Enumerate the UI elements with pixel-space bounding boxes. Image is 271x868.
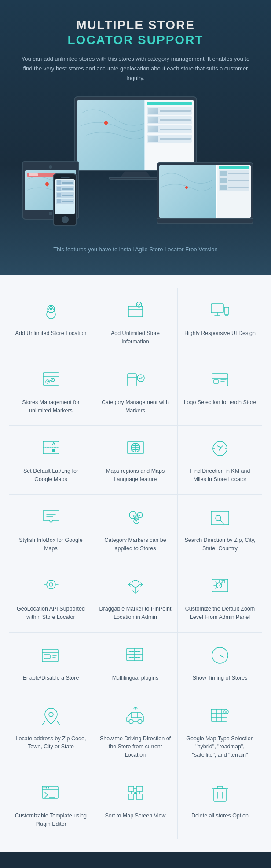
laptop-screen-frame <box>157 162 253 219</box>
install-note: This features you have to install Agile … <box>9 242 262 261</box>
feature-label-customizable-template: Customizable Template using Plugin Edito… <box>14 812 88 828</box>
search-zip-svg <box>209 507 231 528</box>
markers-svg <box>40 369 62 390</box>
markers-icon <box>39 368 63 392</box>
device-showcase <box>9 92 262 233</box>
feature-item-unlimited-info: Add Unlimited Store Information <box>93 288 178 357</box>
sidebar-item-2 <box>147 116 192 124</box>
monitor-screen-content <box>77 100 194 170</box>
feature-item-lat-lng: Set Default Lat/Lng for Google Maps <box>9 426 93 495</box>
plugin-editor-icon <box>39 781 63 805</box>
lat-lng-icon <box>39 436 63 461</box>
laptop-map <box>159 165 216 218</box>
svg-rect-12 <box>214 380 218 383</box>
laptop-row-3 <box>219 184 249 191</box>
feature-label-logo-selection: Logo Selection for each Store <box>184 398 256 407</box>
timing-icon <box>208 643 232 668</box>
infobox-icon <box>39 505 63 530</box>
zoom-level-icon <box>208 574 232 599</box>
feature-label-geolocation: GeoLocation API Supported within Store L… <box>14 605 88 622</box>
feature-item-locate-address: Locate address by Zip Code, Town, City o… <box>9 693 93 770</box>
feature-label-unlimited-info: Add Unlimited Store Information <box>99 329 172 346</box>
feature-label-map-type: Google Map Type Selection "hybrid", "roa… <box>183 735 257 759</box>
feature-item-draggable-marker: Draggable Marker to PinPoint Location in… <box>93 563 178 633</box>
feature-item-sort-map-view: Sort to Map Screen View <box>93 770 178 839</box>
svg-point-40 <box>48 787 49 788</box>
phone-row-3 <box>56 192 74 198</box>
geolocation-svg <box>40 576 62 597</box>
laptop-row-2 <box>219 177 249 184</box>
laptop-screen <box>159 165 251 218</box>
feature-label-locate-address: Locate address by Zip Code, Town, City o… <box>14 735 88 751</box>
svg-rect-9 <box>128 374 136 386</box>
feature-label-maps-regions: Maps regions and Maps Language feature <box>99 467 172 484</box>
phone-row-1 <box>56 180 74 185</box>
feature-label-zoom-level: Customize the Default Zoom Level From Ad… <box>183 605 257 622</box>
maps-regions-svg <box>125 438 146 459</box>
feature-item-unlimited-location: Add Unlimited Store Location <box>9 288 93 357</box>
feature-label-show-timing: Show Timing of Stores <box>192 674 247 682</box>
feature-label-stores-management: Stores Management for unlimited Markers <box>14 398 88 415</box>
features-section: Add Unlimited Store Location Add Unlimit… <box>0 275 271 852</box>
feature-label-category-markers: Category Markers can be applied to Store… <box>99 536 172 553</box>
category-markers-svg <box>125 369 146 390</box>
svg-point-24 <box>49 583 53 586</box>
monitor-base <box>109 177 162 180</box>
feature-item-geolocation: GeoLocation API Supported within Store L… <box>9 563 93 633</box>
feature-label-multilingual: Multilingual plugins <box>112 674 159 682</box>
toggle-store-svg <box>40 645 62 666</box>
screen-sidebar <box>145 100 194 170</box>
phone-content <box>55 179 75 214</box>
feature-item-search-direction: Search Direction by Zip, City, State, Co… <box>178 495 262 564</box>
feature-item-category-management: Category Management with Markers <box>93 357 178 426</box>
multilingual-svg <box>125 645 146 666</box>
phone-device <box>53 173 77 226</box>
svg-point-39 <box>45 787 47 788</box>
feature-label-delete-stores: Delete all stores Option <box>191 812 249 820</box>
phone-row-2 <box>56 186 74 191</box>
monitor-stand <box>120 171 151 177</box>
sort-map-svg <box>125 783 146 804</box>
feature-label-category-management: Category Management with Markers <box>99 398 172 415</box>
feature-item-infobox: Stylish InfoBox for Google Maps <box>9 495 93 564</box>
feature-item-enable-disable: Enable/Disable a Store <box>9 633 93 693</box>
store-info-svg <box>125 300 146 321</box>
zoom-level-svg <box>209 576 231 597</box>
location-pin-svg <box>40 300 62 321</box>
svg-rect-29 <box>44 655 50 659</box>
feature-item-maps-regions: Maps regions and Maps Language feature <box>93 426 178 495</box>
maps-regions-icon <box>123 436 148 461</box>
svg-point-23 <box>47 580 55 589</box>
feature-label-find-direction: Find Direction in KM and Miles in Store … <box>183 467 257 484</box>
responsive-svg <box>209 300 231 321</box>
drag-marker-svg <box>125 576 146 597</box>
driving-icon <box>123 704 148 728</box>
logo-store-svg <box>209 369 231 390</box>
svg-rect-5 <box>224 307 229 314</box>
search-zip-icon <box>208 505 232 530</box>
sidebar-item-3 <box>147 125 192 133</box>
feature-item-multilingual: Multilingual plugins <box>93 633 178 693</box>
driving-svg <box>125 706 146 727</box>
phone-row-4 <box>56 199 74 204</box>
lat-lng-svg <box>40 438 62 459</box>
apply-markers-icon <box>123 505 148 530</box>
timing-svg <box>209 645 231 666</box>
svg-rect-2 <box>128 306 143 317</box>
location-pin-icon <box>39 298 63 323</box>
hero-title-line1: MULTIPLE STORE <box>76 18 195 32</box>
feature-label-draggable-marker: Draggable Marker to PinPoint Location in… <box>99 605 172 622</box>
sort-map-icon <box>123 781 148 805</box>
laptop-panel <box>217 165 251 218</box>
hero-title-line2: LOCATOR SUPPORT <box>9 33 262 48</box>
hero-title: MULTIPLE STORE LOCATOR SUPPORT <box>9 18 262 47</box>
locate-address-svg <box>40 706 62 727</box>
sidebar-item-4 <box>147 135 192 143</box>
feature-label-search-direction: Search Direction by Zip, City, State, Co… <box>183 536 257 553</box>
geolocation-icon <box>39 574 63 599</box>
feature-label-sort-map-view: Sort to Map Screen View <box>105 812 165 820</box>
responsive-icon <box>208 298 232 323</box>
feature-item-map-type: Google Map Type Selection "hybrid", "roa… <box>178 693 262 770</box>
delete-stores-svg <box>209 783 231 804</box>
laptop-row-1 <box>219 170 249 177</box>
